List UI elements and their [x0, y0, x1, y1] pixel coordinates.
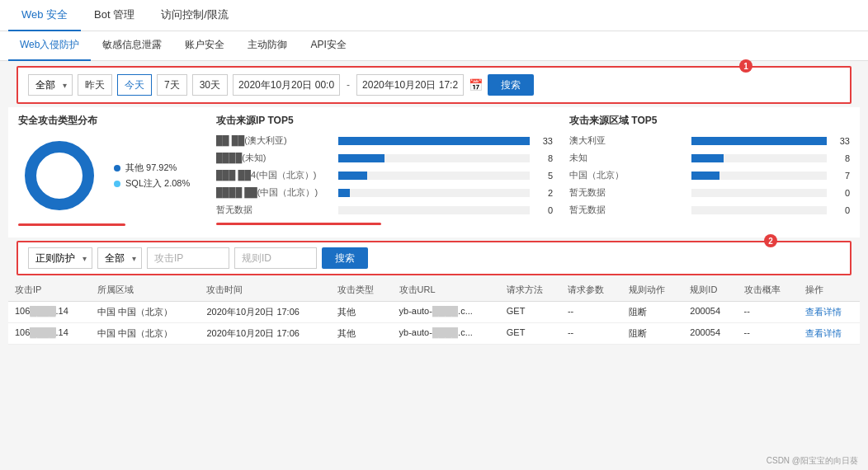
region-track-2	[691, 154, 827, 162]
region-bar-4: 暂无数据 0	[569, 186, 850, 199]
region-value-3: 7	[833, 171, 850, 181]
btn-today[interactable]: 今天	[117, 74, 152, 96]
ip-label-2: ████(未知)	[216, 152, 332, 164]
ip-fill-1	[338, 137, 530, 145]
col-params: 请求参数	[561, 279, 622, 302]
region-value-5: 0	[833, 205, 850, 215]
attack-ip-input[interactable]	[147, 247, 229, 269]
ip-fill-3	[338, 172, 367, 180]
detail-link-2[interactable]: 查看详情	[805, 328, 842, 338]
donut-chart	[18, 134, 101, 217]
top-ips-list: ██ ██(澳大利亚) 33 ████(未知) 8 ███ ██4(中国（北京）…	[216, 134, 553, 216]
tab-sensitive-info[interactable]: 敏感信息泄露	[91, 31, 173, 61]
region-track-1	[691, 137, 827, 145]
cell-url-2: yb-auto-████.c...	[393, 323, 500, 345]
ip-value-2: 8	[536, 153, 553, 163]
domain-select[interactable]: 全部	[29, 75, 72, 95]
date-separator: -	[345, 79, 351, 91]
region-bar-3: 中国（北京） 7	[569, 169, 850, 181]
top-nav-web-security[interactable]: Web 安全	[8, 0, 81, 31]
btn-30days[interactable]: 30天	[192, 74, 228, 96]
top-regions-list: 澳大利亚 33 未知 8 中国（北京） 7 暂无数据 0	[569, 134, 850, 216]
all-select-wrap[interactable]: 全部 ▾	[97, 247, 142, 269]
ip-value-5: 0	[536, 205, 553, 215]
tab-active-defense[interactable]: 主动防御	[236, 31, 299, 61]
protection-type-select[interactable]: 正则防护	[29, 248, 92, 268]
ip-track-1	[338, 137, 530, 145]
col-method: 请求方法	[500, 279, 561, 302]
ip-blur-2: ████	[30, 327, 55, 337]
top-nav-bot[interactable]: Bot 管理	[81, 0, 148, 31]
ip-value-4: 2	[536, 188, 553, 198]
tab-web-intrusion[interactable]: Web入侵防护	[8, 31, 91, 61]
ip-text-2b: .14	[56, 327, 68, 337]
red-underline-1	[18, 223, 125, 226]
url-blur-1: ████	[432, 306, 458, 316]
col-action: 规则动作	[622, 279, 683, 302]
top-nav-access-control[interactable]: 访问控制/限流	[148, 0, 242, 31]
cell-method-1: GET	[500, 302, 561, 323]
region-bar-2: 未知 8	[569, 152, 850, 164]
second-nav: Web入侵防护 敏感信息泄露 账户安全 主动防御 API安全	[0, 31, 868, 61]
date-to-input[interactable]	[356, 74, 464, 96]
cell-op-2[interactable]: 查看详情	[799, 323, 860, 345]
btn-7days[interactable]: 7天	[157, 74, 187, 96]
cell-prob-1: --	[738, 302, 799, 323]
col-time: 攻击时间	[200, 279, 331, 302]
col-url: 攻击URL	[393, 279, 500, 302]
attack-type-chart: 安全攻击类型分布 其他 97.92% SQL	[18, 114, 200, 226]
top-ips-chart: 攻击来源IP TOP5 ██ ██(澳大利亚) 33 ████(未知) 8 ██…	[216, 114, 553, 226]
cell-region-2: 中国 中国（北京）	[91, 323, 200, 345]
ip-track-3	[338, 172, 530, 180]
cell-ip-1: 106████.14	[8, 302, 91, 323]
table-row: 106████.14 中国 中国（北京） 2020年10月20日 17:06 其…	[8, 323, 860, 345]
region-fill-2	[691, 154, 724, 162]
ip-text-1b: .14	[56, 306, 68, 316]
btn-yesterday[interactable]: 昨天	[78, 74, 112, 96]
all-select[interactable]: 全部	[98, 248, 141, 268]
ip-track-5	[338, 206, 530, 214]
domain-select-wrap[interactable]: 全部 ▾	[28, 74, 73, 96]
cell-type-1: 其他	[331, 302, 392, 323]
legend-label-sql: SQL注入 2.08%	[125, 177, 190, 190]
cell-time-1: 2020年10月20日 17:06	[200, 302, 331, 323]
tab-account-security[interactable]: 账户安全	[173, 31, 236, 61]
search-button-1[interactable]: 搜索	[488, 74, 534, 96]
calendar-icon[interactable]: 📅	[469, 78, 483, 92]
top-regions-title: 攻击来源区域 TOP5	[569, 114, 850, 128]
search-button-2[interactable]: 搜索	[322, 247, 368, 269]
ip-value-1: 33	[536, 136, 553, 146]
ip-label-4: ████ ██(中国（北京）)	[216, 186, 332, 199]
cell-ruleid-2: 200054	[683, 323, 737, 345]
tab-api-security[interactable]: API安全	[299, 31, 357, 61]
ip-text-1: 106	[15, 306, 30, 316]
cell-params-2: --	[561, 323, 622, 345]
protection-type-select-wrap[interactable]: 正则防护 ▾	[28, 247, 92, 269]
date-from-input[interactable]	[233, 74, 340, 96]
charts-area: 安全攻击类型分布 其他 97.92% SQL	[8, 107, 860, 237]
col-ip: 攻击IP	[8, 279, 91, 302]
cell-url-1: yb-auto-████.c...	[393, 302, 500, 323]
cell-type-2: 其他	[331, 323, 392, 345]
detail-link-1[interactable]: 查看详情	[805, 307, 842, 317]
region-track-4	[691, 189, 827, 197]
rule-id-input[interactable]	[234, 247, 317, 269]
table-row: 106████.14 中国 中国（北京） 2020年10月20日 17:06 其…	[8, 302, 860, 323]
ip-bar-3: ███ ██4(中国（北京）) 5	[216, 169, 553, 181]
cell-op-1[interactable]: 查看详情	[799, 302, 860, 323]
cell-prob-2: --	[738, 323, 799, 345]
ip-bar-1: ██ ██(澳大利亚) 33	[216, 134, 553, 147]
ip-value-3: 5	[536, 171, 553, 181]
cell-params-1: --	[561, 302, 622, 323]
legend-dot-sql	[114, 181, 120, 187]
region-track-3	[691, 172, 827, 180]
col-type: 攻击类型	[331, 279, 392, 302]
cell-region-1: 中国 中国（北京）	[91, 302, 200, 323]
red-underline-2	[216, 223, 381, 225]
cell-action-1: 阻断	[622, 302, 683, 323]
attack-type-title: 安全攻击类型分布	[18, 114, 200, 128]
ip-text-2: 106	[15, 327, 30, 337]
ip-label-5: 暂无数据	[216, 204, 332, 216]
region-label-1: 澳大利亚	[569, 134, 685, 147]
region-bar-1: 澳大利亚 33	[569, 134, 850, 147]
